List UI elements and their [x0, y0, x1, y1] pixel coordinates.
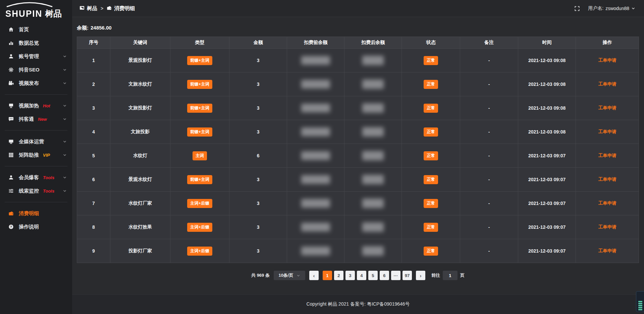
sidebar-divider: [5, 94, 67, 95]
pager-next-button[interactable]: ›: [416, 271, 425, 280]
sidebar-divider: [5, 130, 67, 130]
pager-ellipsis-button[interactable]: ···: [391, 271, 400, 280]
work-order-link[interactable]: 工单申请: [598, 153, 616, 158]
app-logo: SHUPIN 树品: [0, 0, 72, 21]
work-order-link[interactable]: 工单申请: [598, 58, 616, 63]
masked-balance-after: [362, 103, 384, 113]
gear-icon: [8, 67, 14, 72]
work-order-link[interactable]: 工单申请: [598, 201, 616, 206]
cell-remark: -: [460, 239, 518, 263]
sidebar-item-consume-detail[interactable]: 消费明细: [0, 207, 72, 220]
table-row: 6景观水纹灯前缀+主词3正常-2021-12-03 09:07工单申请: [77, 168, 639, 192]
widget-bar: [638, 309, 642, 310]
column-header: 扣费前余额: [287, 37, 344, 49]
sidebar-item-clue-monitor[interactable]: 线索监控Tools: [0, 184, 72, 198]
sidebar-divider: [5, 202, 67, 202]
chevron-down-icon: [631, 6, 635, 10]
cell-time: 2021-12-03 09:08: [518, 49, 576, 72]
cell-status: 正常: [402, 192, 460, 215]
pager-page-button-2[interactable]: 2: [334, 271, 343, 280]
pager-page-button-4[interactable]: 4: [357, 271, 366, 280]
consumption-table: 序号关键词类型金额扣费前余额扣费后余额状态备注时间操作 1景观投影灯前缀+主词3…: [77, 37, 639, 263]
cell-amount: 6: [229, 144, 287, 168]
sidebar-item-member-baoke[interactable]: 会员爆客Tools: [0, 171, 72, 184]
cell-remark: -: [460, 144, 518, 168]
cell-type: 前缀+主词: [170, 120, 229, 144]
breadcrumb-current[interactable]: 消费明细: [107, 5, 135, 12]
page-size-select[interactable]: 10条/页: [274, 271, 305, 280]
monitor-icon: [8, 139, 14, 144]
username-label: 用户名:: [588, 5, 603, 11]
cell-keyword: 景观水纹灯: [110, 168, 170, 192]
sidebar-nav: 首页数据总览账号管理抖音SEO视频发布视频加热Hot抖客通New全媒体运营矩阵助…: [0, 23, 72, 233]
work-order-link[interactable]: 工单申请: [598, 177, 616, 182]
cell-balance-before: [287, 120, 344, 144]
status-badge: 正常: [424, 80, 438, 89]
sidebar-item-account-manage[interactable]: 账号管理: [0, 50, 72, 63]
cell-time: 2021-12-03 09:08: [518, 120, 576, 144]
table-row: 9投影灯厂家主词+后缀3正常-2021-12-03 09:07工单申请: [77, 239, 639, 263]
masked-balance-after: [362, 56, 384, 65]
cell-index: 4: [77, 120, 110, 144]
sidebar-item-douyin-seo[interactable]: 抖音SEO: [0, 63, 72, 76]
cell-balance-after: [344, 144, 402, 168]
chevron-down-icon: [297, 274, 300, 277]
cell-balance-before: [287, 144, 344, 168]
cell-index: 6: [77, 168, 110, 192]
cell-balance-after: [344, 96, 402, 120]
logo-arc: [5, 2, 54, 7]
goto-unit: 页: [460, 272, 465, 278]
cell-amount: 3: [229, 49, 287, 72]
sidebar-item-video-publish[interactable]: 视频发布: [0, 76, 72, 90]
sidebar-item-badge: Tools: [43, 175, 54, 180]
sidebar-item-badge: Hot: [43, 103, 50, 108]
column-header: 备注: [460, 37, 518, 49]
masked-balance-before: [301, 247, 330, 255]
sidebar-item-data-overview[interactable]: 数据总览: [0, 36, 72, 50]
fullscreen-icon[interactable]: [574, 6, 580, 11]
main-content: 余额:24856.00 序号关键词类型金额扣费前余额扣费后余额状态备注时间操作 …: [72, 17, 644, 294]
goto-page-input[interactable]: [443, 271, 458, 280]
cell-status: 正常: [402, 49, 460, 72]
user-menu[interactable]: 用户名: zswodun88: [588, 5, 635, 11]
question-icon: ?: [8, 224, 14, 229]
cell-amount: 3: [229, 239, 287, 263]
work-order-link[interactable]: 工单申请: [598, 129, 616, 134]
chevron-down-icon: [63, 153, 67, 157]
work-order-link[interactable]: 工单申请: [598, 248, 616, 253]
status-badge: 正常: [424, 151, 438, 160]
footer: Copyright 树品 2021 备案号: 粤ICP备09019646号: [72, 294, 644, 314]
column-header: 操作: [576, 37, 639, 49]
status-badge: 正常: [424, 175, 438, 184]
masked-balance-before: [301, 223, 330, 231]
sidebar-item-douketong[interactable]: 抖客通New: [0, 112, 72, 126]
column-header: 金额: [229, 37, 287, 49]
sidebar-item-help[interactable]: ?操作说明: [0, 220, 72, 233]
pager-page-button-5[interactable]: 5: [368, 271, 378, 280]
pager-page-button-6[interactable]: 6: [380, 271, 389, 280]
cell-balance-before: [287, 215, 344, 239]
cell-type: 主词+后缀: [170, 239, 229, 263]
cell-status: 正常: [402, 239, 460, 263]
work-order-link[interactable]: 工单申请: [598, 224, 616, 229]
sidebar-item-home[interactable]: 首页: [0, 23, 72, 36]
pager-prev-button[interactable]: ‹: [309, 271, 319, 280]
sidebar-item-matrix-boost[interactable]: 矩阵助推VIP: [0, 148, 72, 162]
pager-page-button-97[interactable]: 97: [402, 271, 412, 280]
pager-page-button-1[interactable]: 1: [323, 271, 332, 280]
pager-page-button-3[interactable]: 3: [345, 271, 355, 280]
status-badge: 正常: [424, 104, 438, 113]
floating-widget[interactable]: [636, 291, 644, 312]
cell-action: 工单申请: [576, 215, 639, 239]
sidebar-item-media-operation[interactable]: 全媒体运营: [0, 135, 72, 148]
breadcrumb-root[interactable]: 树品: [79, 5, 97, 12]
type-badge: 主词+后缀: [187, 199, 212, 208]
cell-keyword: 水纹灯: [110, 144, 170, 168]
cell-balance-after: [344, 192, 402, 215]
user-icon: [8, 54, 14, 59]
work-order-link[interactable]: 工单申请: [598, 105, 616, 110]
widget-bar: [638, 301, 642, 302]
sidebar-item-video-heat[interactable]: 视频加热Hot: [0, 99, 72, 112]
chevron-down-icon: [63, 175, 67, 179]
work-order-link[interactable]: 工单申请: [598, 82, 616, 87]
